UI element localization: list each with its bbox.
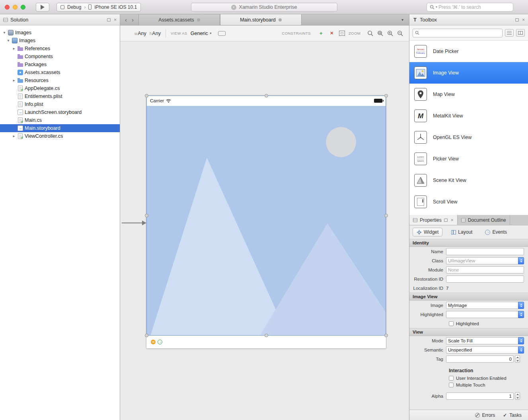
tree-item-project-images[interactable]: Images <box>0 37 120 45</box>
frame-editing-button[interactable] <box>339 31 345 36</box>
tag-input[interactable] <box>446 356 514 363</box>
tasks-button[interactable]: Tasks <box>503 412 522 418</box>
highlighted-combobox[interactable] <box>446 311 524 318</box>
zoom-actual-size-button[interactable] <box>367 30 374 37</box>
user-interaction-checkbox[interactable] <box>449 376 454 381</box>
expander-icon[interactable] <box>12 134 16 138</box>
tab-document-outline[interactable]: Document Outline <box>458 215 510 225</box>
image-combobox[interactable]: MyImage <box>446 302 524 309</box>
tab-main-storyboard[interactable]: Main.storyboard <box>220 14 302 25</box>
toolbox-item-metalkit-view[interactable]: MetalKit View <box>409 105 528 127</box>
tree-item-resources[interactable]: Resources <box>0 76 120 84</box>
combo-stepper-icon[interactable] <box>518 337 524 344</box>
toolbox-item-scroll-view[interactable]: Scroll View <box>409 191 528 213</box>
tree-item-info-plist[interactable]: Info.plist <box>0 100 120 108</box>
toolbox-list-view-button[interactable] <box>505 29 514 37</box>
tab-list-dropdown[interactable] <box>396 14 409 25</box>
tree-item-components[interactable]: Components <box>0 53 120 61</box>
image-view-placeholder[interactable] <box>146 106 386 336</box>
mode-popup[interactable]: Scale To Fill <box>446 337 524 344</box>
semantic-popup[interactable]: Unspecified <box>446 346 524 354</box>
highlighted-checkbox[interactable] <box>449 321 454 326</box>
resize-handle-bottom-middle[interactable] <box>265 334 268 337</box>
resize-handle-top-right[interactable] <box>384 94 388 98</box>
tag-stepper[interactable] <box>515 355 520 363</box>
toolbox-item-image-view[interactable]: Image View <box>409 62 528 84</box>
dock-pad-icon[interactable] <box>107 18 111 21</box>
storyboard-canvas[interactable]: Carrier <box>120 41 409 420</box>
tab-assets-xcassets[interactable]: Assets.xcassets <box>138 14 220 25</box>
zoom-in-button[interactable] <box>387 30 394 37</box>
dock-pad-icon[interactable] <box>515 18 519 21</box>
expander-icon[interactable] <box>12 78 16 82</box>
layout-section-button[interactable]: Layout <box>447 228 476 236</box>
toolbox-item-scene-kit-view[interactable]: Scene Kit View <box>409 170 528 191</box>
clear-constraints-button[interactable] <box>328 30 335 37</box>
multiple-touch-checkbox[interactable] <box>449 383 454 387</box>
errors-button[interactable]: Errors <box>475 412 495 418</box>
resize-handle-top-middle[interactable] <box>265 94 268 98</box>
view-as-dropdown[interactable]: Generic <box>191 31 212 36</box>
combo-stepper-icon[interactable] <box>518 257 524 264</box>
size-class-button[interactable]: wAny hAny <box>134 31 161 36</box>
toolbox-item-opengl-es-view[interactable]: OpenGL ES View <box>409 127 528 148</box>
combo-stepper-icon[interactable] <box>518 346 524 354</box>
resize-handle-bottom-left[interactable] <box>145 334 148 337</box>
zoom-out-button[interactable] <box>397 30 403 37</box>
tab-close-icon[interactable] <box>197 18 200 21</box>
view-controller-icon[interactable] <box>151 340 156 344</box>
segue-arrow-icon[interactable] <box>158 340 162 344</box>
module-input[interactable] <box>446 266 524 273</box>
navigate-forward-button[interactable] <box>132 17 134 23</box>
restoration-id-input[interactable] <box>446 275 524 283</box>
zoom-fit-button[interactable] <box>377 30 384 37</box>
toolbox-item-map-view[interactable]: Map View <box>409 84 528 105</box>
combo-stepper-icon[interactable] <box>518 311 524 318</box>
add-constraints-button[interactable] <box>318 30 325 37</box>
resize-handle-bottom-right[interactable] <box>384 334 388 337</box>
resize-handle-middle-left[interactable] <box>145 214 148 217</box>
orientation-icon[interactable] <box>218 31 226 36</box>
tree-item-appdelegate-cs[interactable]: AppDelegate.cs <box>0 84 120 92</box>
close-window-button[interactable] <box>5 5 10 10</box>
events-section-button[interactable]: Events <box>481 228 511 236</box>
global-search-input[interactable] <box>438 4 510 10</box>
resize-handle-top-left[interactable] <box>145 94 148 98</box>
toolbox-category-view-button[interactable] <box>516 29 525 37</box>
tab-properties[interactable]: Properties <box>409 215 458 225</box>
tree-item-launchscreen-storyboard[interactable]: LaunchScreen.storyboard <box>0 108 120 116</box>
expander-icon[interactable] <box>12 47 16 51</box>
expander-icon[interactable] <box>6 39 10 43</box>
close-pad-icon[interactable] <box>522 18 525 22</box>
zoom-window-button[interactable] <box>21 5 25 10</box>
minimize-window-button[interactable] <box>13 5 18 10</box>
tree-item-assets-xcassets[interactable]: Assets.xcassets <box>0 68 120 76</box>
widget-section-button[interactable]: Widget <box>413 228 442 236</box>
dock-pad-icon[interactable] <box>444 219 448 222</box>
close-pad-icon[interactable] <box>451 218 454 223</box>
name-input[interactable] <box>446 248 524 255</box>
view-controller-frame[interactable]: Carrier <box>146 96 386 348</box>
toolbox-item-date-picker[interactable]: January February Date Picker <box>409 41 528 62</box>
tree-item-solution-images[interactable]: Images <box>0 29 120 37</box>
alpha-stepper[interactable] <box>515 392 520 400</box>
tree-item-main-cs[interactable]: Main.cs <box>0 116 120 124</box>
tree-item-entitlements-plist[interactable]: Entitlements.plist <box>0 92 120 100</box>
tree-item-references[interactable]: References <box>0 45 120 53</box>
resize-handle-middle-right[interactable] <box>384 214 388 217</box>
combo-stepper-icon[interactable] <box>518 302 524 309</box>
tab-close-icon[interactable] <box>279 18 282 21</box>
close-pad-icon[interactable] <box>114 18 117 22</box>
class-combobox[interactable]: UIImageView <box>446 257 524 264</box>
tree-item-viewcontroller-cs[interactable]: ViewController.cs <box>0 132 120 140</box>
toolbox-item-picker-view[interactable]: Lorem Ipsum Picker View <box>409 148 528 170</box>
run-configuration-selector[interactable]: Debug iPhone SE iOS 10.1 <box>57 3 141 12</box>
tree-item-packages[interactable]: Packages <box>0 61 120 68</box>
alpha-input[interactable] <box>446 393 514 400</box>
expander-icon[interactable] <box>2 31 6 35</box>
navigate-back-button[interactable] <box>125 17 127 23</box>
app-status-title[interactable]: Xamarin Studio Enterprise <box>191 3 337 12</box>
toolbox-search-input[interactable] <box>421 30 500 36</box>
run-button[interactable] <box>36 3 49 12</box>
tree-item-main-storyboard[interactable]: Main.storyboard <box>0 124 120 132</box>
